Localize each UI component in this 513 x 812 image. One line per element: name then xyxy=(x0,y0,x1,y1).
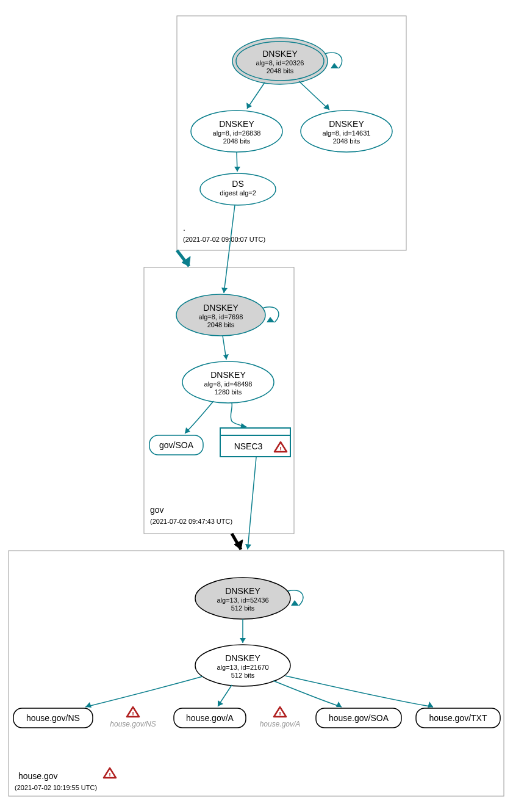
svg-marker-54 xyxy=(240,638,246,643)
svg-text:!: ! xyxy=(279,711,281,718)
svg-text:!: ! xyxy=(132,711,134,718)
house-soa-node: house.gov/SOA xyxy=(316,708,401,728)
svg-text:2048 bits: 2048 bits xyxy=(267,67,294,74)
edge-gov-zsk-soa xyxy=(185,401,213,433)
svg-marker-26 xyxy=(267,317,274,322)
svg-text:2048 bits: 2048 bits xyxy=(333,137,361,145)
svg-text:house.gov/TXT: house.gov/TXT xyxy=(429,713,487,723)
svg-text:512 bits: 512 bits xyxy=(231,672,255,679)
house-a-node: house.gov/A xyxy=(174,708,246,728)
zone-root-timestamp: (2021-07-02 09:00:07 UTC) xyxy=(183,236,265,243)
svg-text:DNSKEY: DNSKEY xyxy=(203,303,239,313)
edge-root-ksk-zsk1 xyxy=(247,82,265,109)
root-zsk1-node: DNSKEY alg=8, id=26838 2048 bits xyxy=(191,111,282,152)
svg-marker-69 xyxy=(85,702,91,708)
root-ds-node: DS digest alg=2 xyxy=(200,173,276,205)
svg-marker-71 xyxy=(336,701,342,707)
svg-text:DNSKEY: DNSKEY xyxy=(225,653,260,663)
house-ksk-node: DNSKEY alg=13, id=52436 512 bits xyxy=(195,578,290,619)
svg-text:DNSKEY: DNSKEY xyxy=(210,370,246,380)
zone-root-label: . xyxy=(183,223,185,233)
house-zone-warning-icon: ! xyxy=(104,768,116,779)
svg-text:512 bits: 512 bits xyxy=(231,604,255,612)
edge-house-zsk-txt xyxy=(285,676,433,707)
house-zsk-node: DNSKEY alg=13, id=21670 512 bits xyxy=(195,645,290,686)
svg-text:alg=13, id=52436: alg=13, id=52436 xyxy=(217,596,268,604)
svg-marker-49 xyxy=(291,600,299,606)
edge-house-zsk-soa xyxy=(273,681,342,707)
svg-marker-70 xyxy=(218,700,223,706)
svg-rect-34 xyxy=(220,428,290,435)
svg-marker-21 xyxy=(221,288,228,293)
root-zsk2-node: DNSKEY alg=8, id=14631 2048 bits xyxy=(301,111,392,152)
svg-text:house.gov/NS: house.gov/NS xyxy=(110,720,156,728)
svg-text:DNSKEY: DNSKEY xyxy=(219,119,254,129)
svg-text:NSEC3: NSEC3 xyxy=(234,441,263,451)
svg-text:DNSKEY: DNSKEY xyxy=(262,49,298,59)
svg-text:!: ! xyxy=(279,446,282,453)
edge-root-ksk-zsk2 xyxy=(299,81,329,110)
house-txt-node: house.gov/TXT xyxy=(416,708,500,728)
house-ns-node: house.gov/NS xyxy=(13,708,93,728)
svg-text:digest alg=2: digest alg=2 xyxy=(220,189,256,197)
gov-zsk-node: DNSKEY alg=8, id=48498 1280 bits xyxy=(182,361,274,403)
svg-text:DNSKEY: DNSKEY xyxy=(225,586,260,596)
gov-nsec3-node: NSEC3 ! xyxy=(220,428,290,457)
svg-marker-19 xyxy=(234,167,240,172)
edge-gov-zsk-nsec3 xyxy=(231,403,246,427)
root-ksk-node: DNSKEY alg=8, id=20326 2048 bits xyxy=(232,38,328,84)
svg-text:1280 bits: 1280 bits xyxy=(215,388,242,396)
dnssec-chain-diagram: . (2021-07-02 09:00:07 UTC) DNSKEY alg=8… xyxy=(0,0,513,812)
svg-text:!: ! xyxy=(109,772,111,779)
svg-text:house.gov/A: house.gov/A xyxy=(260,720,301,728)
svg-text:house.gov/NS: house.gov/NS xyxy=(26,713,80,723)
zone-gov-timestamp: (2021-07-02 09:47:43 UTC) xyxy=(150,518,232,525)
svg-text:DNSKEY: DNSKEY xyxy=(329,119,364,129)
svg-text:2048 bits: 2048 bits xyxy=(223,137,251,145)
svg-marker-5 xyxy=(331,63,339,68)
svg-marker-43 xyxy=(245,544,251,549)
svg-text:alg=8, id=48498: alg=8, id=48498 xyxy=(204,380,253,388)
svg-marker-31 xyxy=(223,354,229,360)
svg-text:alg=8, id=20326: alg=8, id=20326 xyxy=(256,59,304,67)
svg-text:DS: DS xyxy=(232,179,243,189)
svg-text:2048 bits: 2048 bits xyxy=(207,321,235,328)
svg-text:house.gov/SOA: house.gov/SOA xyxy=(329,713,389,723)
zone-gov-label: gov xyxy=(150,505,164,515)
gov-ksk-node: DNSKEY alg=8, id=7698 2048 bits xyxy=(176,294,265,336)
svg-text:house.gov/A: house.gov/A xyxy=(186,713,234,723)
edge-ds-to-govksk xyxy=(224,205,235,293)
zone-house-label: house.gov xyxy=(18,771,58,781)
svg-marker-72 xyxy=(428,701,433,708)
house-ghost-ns: ! house.gov/NS xyxy=(110,707,156,728)
svg-text:alg=8, id=14631: alg=8, id=14631 xyxy=(323,129,371,137)
svg-text:alg=13, id=21670: alg=13, id=21670 xyxy=(217,664,268,671)
edge-house-zsk-ns xyxy=(85,676,203,707)
svg-marker-14 xyxy=(246,103,252,109)
gov-soa-node: gov/SOA xyxy=(149,435,203,455)
house-ghost-a: ! house.gov/A xyxy=(260,707,301,728)
zone-house-timestamp: (2021-07-02 10:19:55 UTC) xyxy=(15,784,97,791)
svg-text:alg=8, id=26838: alg=8, id=26838 xyxy=(213,129,261,137)
svg-text:gov/SOA: gov/SOA xyxy=(159,440,194,450)
svg-text:alg=8, id=7698: alg=8, id=7698 xyxy=(199,313,243,321)
edge-nsec3-to-house xyxy=(248,457,256,549)
